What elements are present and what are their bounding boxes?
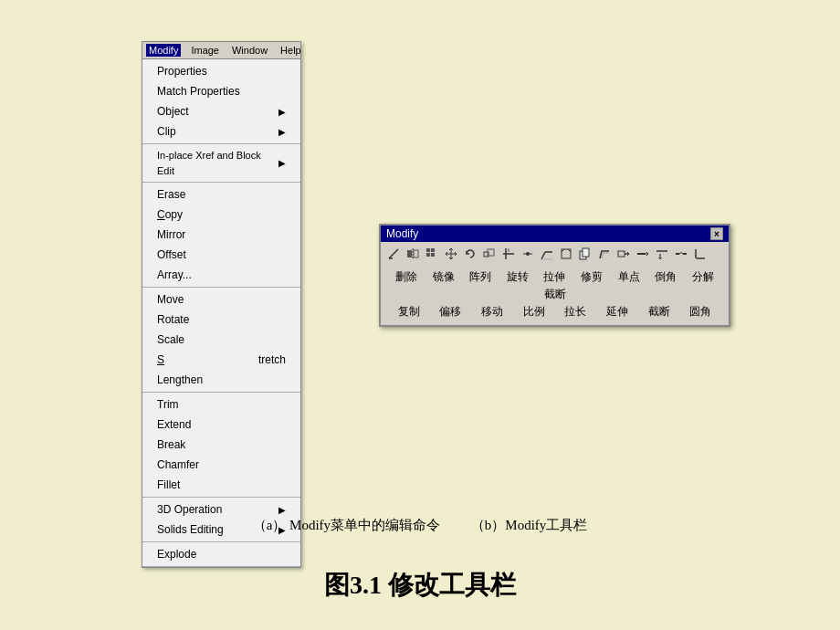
menu-item-properties[interactable]: Properties [142,61,300,81]
erase-icon[interactable] [384,245,403,263]
menu-item-fillet[interactable]: Fillet [142,475,300,495]
toolbar-title-bar: Modify × [381,226,729,242]
labels-row-3: 复制 偏移 移动 比例 拉长 延伸 截断 圆角 [388,304,721,320]
label-rotate: 旋转 [505,269,530,285]
svg-rect-24 [583,248,589,257]
menu-item-chamfer[interactable]: Chamfer [142,455,300,475]
stretch-icon[interactable] [614,245,633,263]
menu-item-scale[interactable]: Scale [142,330,300,350]
modify-menu: Modify Image Window Help Properties Matc… [142,41,301,568]
menu-item-object[interactable]: Object ▶ [142,101,300,121]
menu-section-1: Properties Match Properties Object ▶ Cli… [142,59,300,144]
main-title: 图3.1 修改工具栏 [0,568,840,603]
svg-point-14 [526,252,530,256]
label-break: 截断 [542,287,568,302]
rotate-icon[interactable] [461,245,479,263]
explode-icon[interactable] [557,245,575,263]
label-stretch: 拉伸 [541,269,567,285]
menu-bar-help[interactable]: Help [278,44,304,57]
label-delete: 删除 [394,269,419,285]
svg-rect-3 [414,250,418,257]
menu-item-copy[interactable]: Copy [142,205,300,225]
labels-row-2: 截断 [388,287,721,302]
menu-item-mirror[interactable]: Mirror [142,225,300,245]
svg-rect-5 [426,248,430,252]
svg-rect-8 [431,253,435,257]
label-move: 移动 [479,304,505,320]
mirror-icon[interactable] [404,245,422,263]
array-icon[interactable] [423,245,441,263]
menu-bar-window[interactable]: Window [229,44,270,57]
menu-item-stretch[interactable]: Stretch [142,350,300,370]
label-extend: 延伸 [604,304,630,320]
label-lengthen: 拉长 [562,304,588,320]
menu-bar: Modify Image Window Help [142,42,300,59]
menu-section-5: Trim Extend Break Chamfer Fillet [142,393,300,498]
label-mirror: 镜像 [431,269,457,285]
menu-section-3: Erase Copy Mirror Offset Array... [142,183,300,288]
menu-item-erase[interactable]: Erase [142,184,300,205]
toolbar-labels: 删除 镜像 阵列 旋转 拉伸 修剪 单点 倒角 分解 截断 复制 偏移 移动 比… [381,266,729,325]
menu-item-rotate[interactable]: Rotate [142,310,300,330]
svg-rect-7 [426,253,430,257]
copy-icon[interactable] [576,245,594,263]
menu-item-offset[interactable]: Offset [142,245,300,265]
menu-section-4: Move Rotate Scale Stretch Lengthen [142,288,300,393]
caption-left: （a） Modify菜单中的编辑命令 [253,518,440,532]
extend-icon[interactable] [653,245,671,263]
label-array: 阵列 [467,269,493,285]
menu-item-array[interactable]: Array... [142,265,300,285]
label-offset: 偏移 [437,304,463,320]
label-breakcut: 截断 [646,304,672,320]
label-trim: 修剪 [579,269,604,285]
label-explode: 分解 [690,269,716,285]
fillet-icon[interactable] [691,245,709,263]
menu-item-break[interactable]: Break [142,435,300,455]
trim-icon[interactable] [499,245,518,263]
menu-bar-modify[interactable]: Modify [146,44,181,57]
menu-item-move[interactable]: Move [142,289,300,310]
modify-toolbar: Modify × [379,224,730,327]
chamfer-icon[interactable] [538,245,556,263]
label-singlepoint: 单点 [616,269,642,285]
move-icon[interactable] [442,245,460,263]
offset-icon[interactable] [595,245,614,263]
menu-item-extend[interactable]: Extend [142,415,300,435]
toolbar-close-button[interactable]: × [710,227,723,240]
scale-icon[interactable] [480,245,499,263]
svg-rect-6 [431,248,435,252]
menu-section-7: Explode [142,542,300,567]
svg-rect-2 [407,250,412,257]
caption-area: （a） Modify菜单中的编辑命令 （b）Modify工具栏 [0,517,840,534]
labels-row-1: 删除 镜像 阵列 旋转 拉伸 修剪 单点 倒角 分解 [388,269,721,285]
menu-item-match-properties[interactable]: Match Properties [142,81,300,101]
label-fillet: 圆角 [688,304,713,320]
label-scale: 比例 [521,304,547,320]
caption-right: （b）Modify工具栏 [471,518,588,532]
svg-line-17 [541,252,545,259]
menu-item-inplace-xref[interactable]: In-place Xref and Block Edit ▶ [142,146,300,180]
toolbar-icons-row [381,242,729,266]
break-icon[interactable] [672,245,690,263]
menu-item-clip[interactable]: Clip ▶ [142,121,300,142]
label-chamfer: 倒角 [653,269,678,285]
label-copy: 复制 [396,304,422,320]
singlepoint-icon[interactable] [519,245,537,263]
svg-rect-25 [618,251,625,257]
toolbar-title: Modify [386,227,418,240]
menu-item-explode[interactable]: Explode [142,544,300,564]
menu-item-lengthen[interactable]: Lengthen [142,370,300,390]
lengthen-icon[interactable] [634,245,652,263]
menu-bar-image[interactable]: Image [188,44,222,57]
menu-item-trim[interactable]: Trim [142,394,300,415]
svg-line-0 [389,249,398,258]
menu-section-2: In-place Xref and Block Edit ▶ [142,144,300,183]
